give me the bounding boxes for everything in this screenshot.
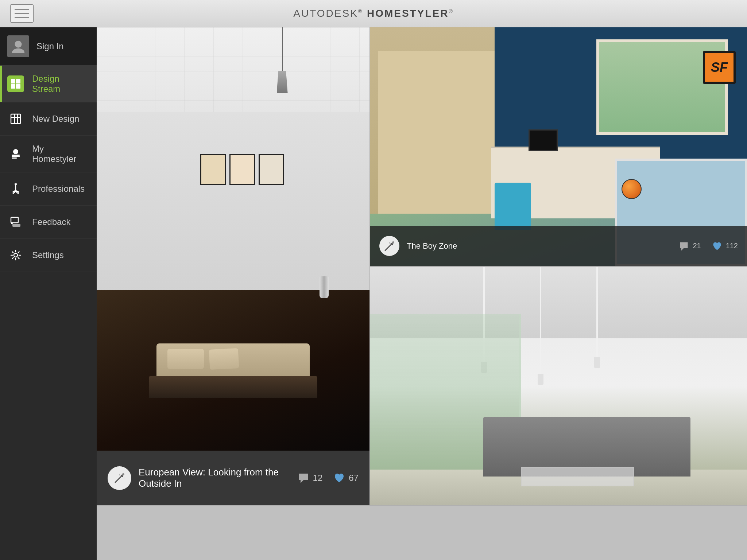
user-avatar-icon [11,39,25,53]
top-right-title: The Boy Zone [407,241,457,251]
svg-point-17 [14,253,18,257]
reg-mark: ® [358,8,363,14]
bed [156,343,310,387]
sidebar-label-settings: Settings [32,250,64,260]
comment-icon [298,472,309,484]
bedroom-scene [97,27,369,451]
vase-body [320,276,329,298]
professionals-icon-svg [10,183,21,194]
mr-table [521,467,634,486]
svg-point-14 [15,183,17,185]
top-right-comment-count: 21 [693,242,701,250]
sidebar-item-professionals[interactable]: Professionals [0,172,97,206]
bottom-right-design[interactable] [370,267,747,506]
sidebar: Sign In Design Stream [0,27,97,560]
sidebar-item-my-homestyler[interactable]: My Homestyler [0,136,97,172]
avatar [7,35,29,57]
svg-point-1 [12,48,24,53]
my-homestyler-icon-svg [10,148,21,159]
svg-rect-7 [11,117,20,118]
main-comment-stat: 12 [298,472,323,484]
sidebar-label-design-stream: Design Stream [32,74,89,94]
pendant-lamp [277,27,288,93]
main-layout: Sign In Design Stream [0,27,747,560]
top-right-comment-stat: 21 [679,241,701,251]
designs-grid: European View: Looking from the Outside … [97,27,747,505]
svg-rect-5 [16,84,20,89]
sidebar-label-my-homestyler: My Homestyler [32,144,89,164]
wand-icon-2 [383,240,396,253]
main-comment-count: 12 [313,473,323,483]
svg-rect-9 [17,114,18,124]
artwork-3 [259,154,284,185]
design-stream-icon [7,75,24,92]
bed-mattress [149,376,317,398]
sidebar-label-feedback: Feedback [32,217,70,227]
settings-icon-svg [10,250,21,261]
sidebar-item-design-stream[interactable]: Design Stream [0,66,97,102]
mr-pendant-2 [540,267,541,374]
main-design-title: European View: Looking from the Outside … [139,467,298,489]
vase [320,276,329,298]
top-right-overlay: The Boy Zone 21 [370,226,747,266]
main-like-count: 67 [349,473,359,483]
magic-button[interactable] [108,466,131,490]
svg-point-18 [122,473,124,475]
top-bar: AUTODESK® HOMESTYLER® [0,0,747,27]
artwork-2 [229,154,255,185]
svg-rect-12 [12,156,20,157]
modern-room-scene [370,267,747,506]
artwork-group [200,154,284,185]
hamburger-line [15,9,29,10]
mr-shade-2 [538,374,543,385]
new-design-icon [7,110,24,127]
heart-icon-2 [712,241,722,251]
top-right-like-count: 112 [726,242,738,250]
wand-icon [113,471,126,485]
svg-rect-6 [11,114,20,124]
sf-giants-logo: SF [703,51,736,84]
lamp-cord [282,27,283,71]
hamburger-line [15,13,29,14]
professionals-icon [7,180,24,197]
lamp-shade [277,71,288,93]
top-right-stats: 21 112 [679,241,738,251]
app-title-prefix: AUTODESK [293,8,358,19]
artwork-1 [200,154,226,185]
svg-rect-4 [11,84,15,89]
sidebar-label-new-design: New Design [32,114,79,124]
sign-in-label: Sign In [36,41,64,51]
mr-shade-3 [594,357,600,368]
svg-rect-11 [12,155,20,156]
svg-rect-13 [12,158,17,159]
svg-rect-16 [12,224,20,227]
svg-rect-8 [14,114,15,124]
menu-button[interactable] [10,4,34,23]
comment-icon-2 [679,241,689,251]
bz-monitor [529,129,558,151]
design-meta: European View: Looking from the Outside … [108,466,298,490]
svg-rect-15 [11,217,18,223]
sidebar-item-feedback[interactable]: Feedback [0,206,97,239]
top-right-like-stat: 112 [712,241,738,251]
settings-icon [7,247,24,264]
main-design-stats: 12 67 [298,472,359,484]
sidebar-item-settings[interactable]: Settings [0,239,97,272]
sign-in-area[interactable]: Sign In [0,27,97,66]
mr-pendant-3 [596,267,598,358]
svg-point-0 [15,41,22,48]
top-right-magic-button[interactable] [379,236,399,256]
heart-icon [333,472,345,484]
right-panel: SF [369,27,747,505]
basketball [622,179,642,199]
svg-point-19 [392,241,394,244]
main-design-panel[interactable]: European View: Looking from the Outside … [97,27,369,505]
main-design-overlay: European View: Looking from the Outside … [97,451,369,505]
design-stream-icon-svg [10,78,21,89]
my-homestyler-icon [7,145,24,162]
top-right-design[interactable]: SF [370,27,747,267]
svg-rect-2 [11,79,15,83]
svg-point-10 [13,149,18,154]
bottom-strip [97,505,747,560]
sidebar-item-new-design[interactable]: New Design [0,102,97,136]
